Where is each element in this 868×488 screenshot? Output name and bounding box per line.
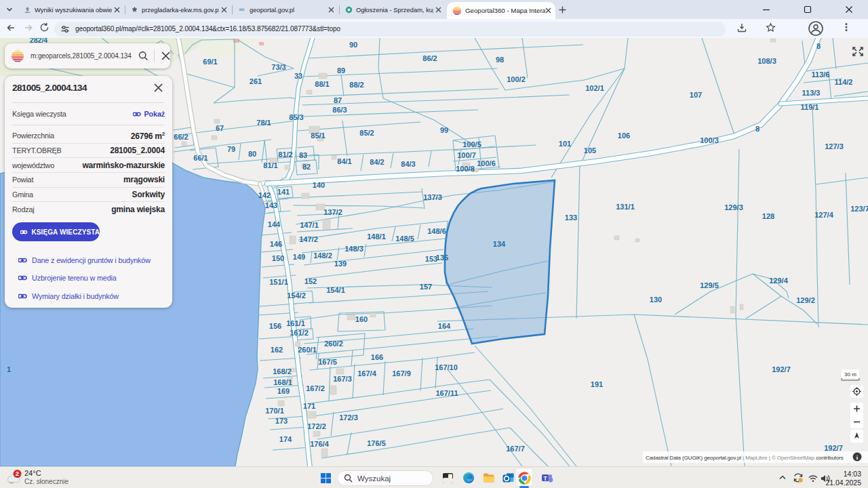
svg-text:139: 139 [334, 260, 347, 268]
svg-text:67: 67 [216, 124, 224, 132]
svg-text:137/3: 137/3 [423, 193, 442, 201]
svg-text:100/7: 100/7 [457, 151, 476, 159]
svg-text:191: 191 [591, 380, 603, 388]
svg-text:133: 133 [565, 214, 577, 222]
svg-text:1: 1 [7, 365, 11, 373]
svg-text:Cadastral Data (GUGiK) geoport: Cadastral Data (GUGiK) geoportal.gov.pl … [646, 455, 844, 461]
svg-text:167/4: 167/4 [357, 369, 376, 378]
svg-text:164: 164 [438, 322, 451, 330]
svg-text:114/2: 114/2 [835, 78, 853, 86]
svg-text:84/2: 84/2 [370, 158, 384, 166]
svg-text:168/2: 168/2 [273, 367, 292, 375]
svg-text:148/2: 148/2 [313, 251, 332, 260]
svg-text:154/1: 154/1 [326, 286, 345, 294]
svg-text:148/3: 148/3 [344, 245, 363, 253]
svg-text:157: 157 [420, 283, 432, 291]
svg-text:87: 87 [334, 96, 342, 104]
svg-text:161/1: 161/1 [286, 319, 305, 327]
svg-text:101: 101 [559, 140, 571, 148]
svg-text:129/2: 129/2 [796, 296, 815, 304]
svg-text:127/4: 127/4 [814, 211, 833, 219]
svg-text:107: 107 [690, 91, 702, 99]
svg-text:100/6: 100/6 [477, 159, 496, 167]
svg-text:261: 261 [250, 77, 262, 85]
svg-text:130: 130 [650, 296, 662, 304]
svg-text:167/7: 167/7 [506, 445, 525, 453]
svg-text:161/2: 161/2 [290, 329, 309, 337]
svg-text:148/6: 148/6 [427, 227, 446, 235]
svg-text:137/2: 137/2 [323, 208, 342, 216]
svg-text:192/7: 192/7 [824, 444, 843, 452]
svg-text:146: 146 [270, 240, 282, 248]
svg-text:162: 162 [271, 346, 283, 354]
svg-text:106: 106 [618, 131, 630, 140]
svg-text:81/2: 81/2 [278, 150, 292, 159]
svg-text:33: 33 [294, 72, 302, 80]
svg-text:172/2: 172/2 [307, 422, 326, 430]
svg-text:141: 141 [277, 188, 290, 196]
svg-text:129/3: 129/3 [724, 203, 743, 211]
svg-text:113/6: 113/6 [812, 70, 830, 79]
svg-text:160: 160 [355, 315, 368, 323]
svg-text:100/8: 100/8 [456, 165, 475, 173]
svg-text:85/1: 85/1 [311, 131, 325, 140]
svg-text:98: 98 [496, 56, 504, 64]
svg-text:167/11: 167/11 [435, 389, 458, 397]
svg-text:172/3: 172/3 [339, 413, 358, 422]
svg-text:8: 8 [816, 42, 821, 50]
svg-text:150: 150 [272, 254, 284, 262]
svg-text:176/5: 176/5 [367, 439, 386, 447]
svg-text:148/1: 148/1 [367, 232, 386, 241]
svg-text:152: 152 [304, 277, 317, 285]
svg-text:170/1: 170/1 [265, 407, 284, 415]
svg-text:105: 105 [584, 146, 596, 155]
svg-text:166: 166 [371, 353, 383, 361]
svg-text:167/10: 167/10 [435, 363, 458, 371]
svg-text:30 m: 30 m [844, 371, 856, 378]
svg-text:260/2: 260/2 [324, 340, 343, 348]
svg-text:143: 143 [265, 201, 277, 209]
svg-text:2: 2 [16, 470, 19, 477]
svg-text:171: 171 [303, 402, 315, 410]
svg-text:102/1: 102/1 [585, 84, 604, 92]
svg-text:T: T [543, 475, 547, 482]
svg-text:147/1: 147/1 [300, 221, 319, 229]
svg-text:82: 82 [302, 163, 311, 171]
svg-text:142: 142 [258, 191, 271, 199]
svg-text:100/2: 100/2 [507, 75, 526, 83]
svg-text:80: 80 [248, 150, 256, 158]
svg-text:81/1: 81/1 [263, 161, 277, 169]
svg-text:127/3: 127/3 [825, 142, 844, 150]
svg-text:149: 149 [293, 253, 305, 261]
svg-text:129/5: 129/5 [700, 281, 719, 289]
svg-text:167/5: 167/5 [318, 358, 337, 366]
svg-text:119/1: 119/1 [801, 103, 819, 111]
svg-text:85/3: 85/3 [289, 113, 303, 121]
svg-text:85/2: 85/2 [359, 129, 374, 137]
svg-text:260/1: 260/1 [298, 346, 317, 354]
svg-text:69/1: 69/1 [203, 58, 217, 66]
svg-text:167/9: 167/9 [392, 369, 411, 378]
svg-text:147/2: 147/2 [299, 235, 318, 243]
svg-text:144: 144 [268, 220, 281, 228]
svg-text:176/4: 176/4 [310, 440, 329, 448]
svg-text:90: 90 [349, 41, 357, 49]
svg-text:100/3: 100/3 [700, 136, 719, 144]
svg-text:156: 156 [269, 322, 281, 330]
svg-text:192/7: 192/7 [772, 365, 791, 373]
svg-text:86/2: 86/2 [422, 54, 437, 62]
svg-text:168/1: 168/1 [273, 378, 292, 386]
svg-text:73/3: 73/3 [271, 63, 285, 71]
svg-text:88/1: 88/1 [315, 80, 329, 88]
svg-text:84/1: 84/1 [337, 157, 351, 165]
svg-text:66/2: 66/2 [174, 133, 188, 141]
svg-text:99: 99 [440, 126, 448, 134]
svg-text:173: 173 [275, 417, 288, 425]
svg-text:89: 89 [337, 66, 345, 75]
svg-text:140: 140 [313, 181, 325, 189]
svg-text:113/3: 113/3 [802, 89, 821, 97]
svg-text:169: 169 [277, 387, 290, 395]
svg-text:88/2: 88/2 [349, 81, 363, 89]
svg-text:151/1: 151/1 [269, 278, 288, 286]
svg-text:108/3: 108/3 [757, 57, 776, 65]
